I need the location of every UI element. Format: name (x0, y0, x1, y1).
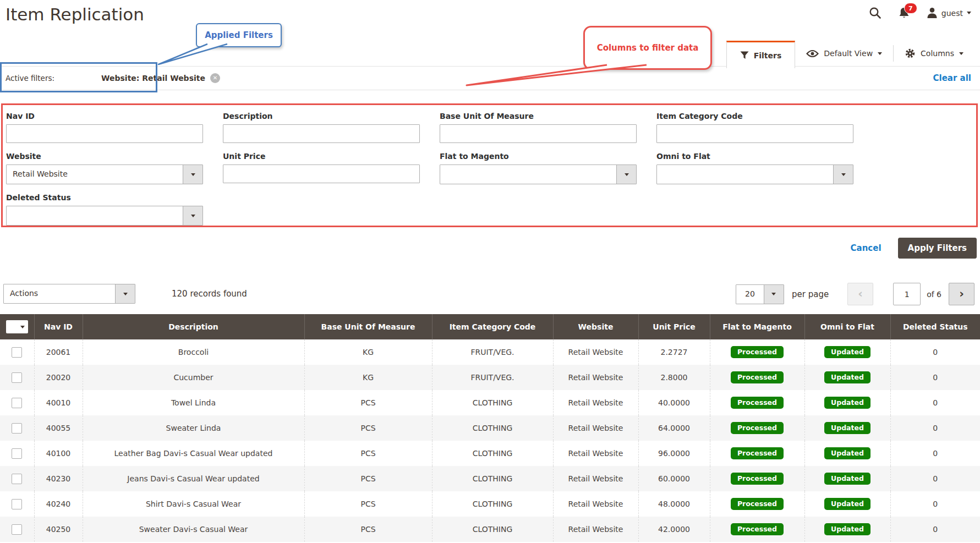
cell-website: Retail Website (553, 491, 638, 517)
notifications-bell-icon[interactable]: 7 (898, 7, 910, 19)
cell-website: Retail Website (553, 517, 638, 542)
select-value: Retail Website (7, 165, 183, 184)
filter-select-website[interactable]: Retail Website (6, 164, 203, 184)
grid-toolbar: Actions 120 records found 20 per page ‹ … (0, 283, 980, 306)
cell-item-category: CLOTHING (432, 466, 553, 491)
status-badge: Updated (824, 422, 870, 435)
annotation-columns-text: Columns to filter data (597, 43, 699, 53)
status-badge: Processed (731, 447, 784, 460)
column-header-description[interactable]: Description (83, 314, 304, 339)
cell-website: Retail Website (553, 415, 638, 441)
filter-input-nav-id[interactable] (6, 124, 203, 143)
clear-all-link[interactable]: Clear all (933, 73, 971, 83)
column-header-nav-id[interactable]: Nav ID (34, 314, 83, 339)
search-icon[interactable] (869, 7, 882, 19)
cell-select (0, 415, 34, 441)
filter-input-description[interactable] (223, 124, 420, 143)
cell-deleted-status: 0 (890, 517, 980, 542)
status-badge: Updated (824, 473, 870, 485)
cell-base-uom: PCS (304, 491, 432, 517)
cell-description: Leather Bag Davi-s Casual Wear updated (83, 441, 304, 466)
select-all-dropdown[interactable] (6, 320, 28, 333)
row-checkbox[interactable] (12, 398, 22, 408)
filter-field-description: Description (223, 112, 420, 143)
funnel-icon (740, 51, 749, 59)
row-checkbox[interactable] (12, 347, 22, 358)
user-icon (927, 7, 938, 19)
table-row: 40055Sweater LindaPCSCLOTHINGRetail Webs… (0, 415, 980, 441)
table-row: 40230Jeans Davi-s Casual Wear updatedPCS… (0, 466, 980, 491)
per-page-label: per page (792, 289, 829, 299)
cell-deleted-status: 0 (890, 491, 980, 517)
filters-tab[interactable]: Filters (726, 41, 796, 68)
row-checkbox[interactable] (12, 372, 22, 383)
status-badge: Updated (824, 523, 870, 536)
select-value (440, 165, 616, 184)
filter-field-label: Website (6, 152, 203, 161)
cell-deleted-status: 0 (890, 339, 980, 365)
cell-deleted-status: 0 (890, 365, 980, 390)
cell-description: Sweater Davi-s Casual Wear (83, 517, 304, 542)
annotation-applied-filters-text: Applied Filters (205, 30, 273, 40)
cell-unit-price: 48.0000 (638, 491, 710, 517)
chevron-down-icon (841, 173, 846, 176)
cell-website: Retail Website (553, 365, 638, 390)
filter-input-base-unit-of-measure[interactable] (440, 124, 637, 143)
dropdown-caret-button[interactable] (183, 165, 202, 184)
row-checkbox[interactable] (12, 524, 22, 535)
row-checkbox[interactable] (12, 448, 22, 459)
columns-menu[interactable]: Columns (894, 48, 974, 59)
table-row: 40010Towel LindaPCSCLOTHINGRetail Websit… (0, 390, 980, 415)
table-row: 40100Leather Bag Davi-s Casual Wear upda… (0, 441, 980, 466)
cell-unit-price: 2.8000 (638, 365, 710, 390)
cell-description: Cucumber (83, 365, 304, 390)
next-page-button[interactable]: › (949, 283, 974, 305)
dropdown-caret-button[interactable] (616, 165, 636, 184)
apply-filters-button[interactable]: Apply Filters (898, 238, 977, 259)
chevron-down-icon (123, 293, 128, 295)
row-checkbox[interactable] (12, 423, 22, 434)
row-checkbox[interactable] (12, 499, 22, 509)
filter-select-deleted-status[interactable] (6, 206, 203, 226)
column-header-deleted-status[interactable]: Deleted Status (890, 314, 980, 339)
status-badge: Processed (731, 523, 784, 536)
active-filter-pill: Website: Retail Website ✕ (101, 73, 220, 83)
filter-select-omni-to-flat[interactable] (656, 164, 853, 184)
cell-select (0, 365, 34, 390)
chevron-down-icon (191, 215, 195, 217)
previous-page-button[interactable]: ‹ (847, 283, 873, 305)
current-page-input[interactable] (893, 283, 921, 305)
filter-select-flat-to-magento[interactable] (440, 164, 637, 184)
status-badge: Updated (824, 447, 870, 460)
dropdown-caret-button[interactable] (183, 206, 202, 225)
eye-icon (806, 50, 819, 58)
dropdown-caret-button[interactable] (115, 284, 135, 303)
gear-icon (905, 48, 916, 59)
column-header-flat-to-magento[interactable]: Flat to Magento (710, 314, 804, 339)
cell-nav-id: 20020 (34, 365, 83, 390)
column-header-omni-to-flat[interactable]: Omni to Flat (804, 314, 890, 339)
cell-select (0, 339, 34, 365)
header-icons: 7 guest (869, 7, 971, 19)
column-header-website[interactable]: Website (553, 314, 638, 339)
filter-input-unit-price[interactable] (223, 164, 420, 183)
column-header-unit-price[interactable]: Unit Price (638, 314, 710, 339)
cancel-button[interactable]: Cancel (851, 243, 882, 253)
column-header-item-category[interactable]: Item Category Code (432, 314, 553, 339)
dropdown-caret-button[interactable] (833, 165, 853, 184)
user-menu[interactable]: guest (927, 7, 971, 19)
cell-flat-to-magento: Processed (710, 390, 804, 415)
column-header-base-uom[interactable]: Base Unit Of Measure (304, 314, 432, 339)
table-body: 20061BroccoliKGFRUIT/VEG.Retail Website2… (0, 339, 980, 542)
row-checkbox[interactable] (12, 474, 22, 484)
default-view-menu[interactable]: Default View (795, 49, 893, 58)
cell-nav-id: 40100 (34, 441, 83, 466)
actions-dropdown[interactable]: Actions (3, 284, 135, 304)
filter-input-item-category-code[interactable] (656, 124, 853, 143)
remove-filter-icon[interactable]: ✕ (210, 73, 220, 83)
dropdown-caret-button[interactable] (764, 285, 784, 304)
page-size-dropdown[interactable]: 20 (736, 284, 784, 304)
cell-omni-to-flat: Updated (804, 466, 890, 491)
cell-description: Sweater Linda (83, 415, 304, 441)
cell-item-category: CLOTHING (432, 491, 553, 517)
